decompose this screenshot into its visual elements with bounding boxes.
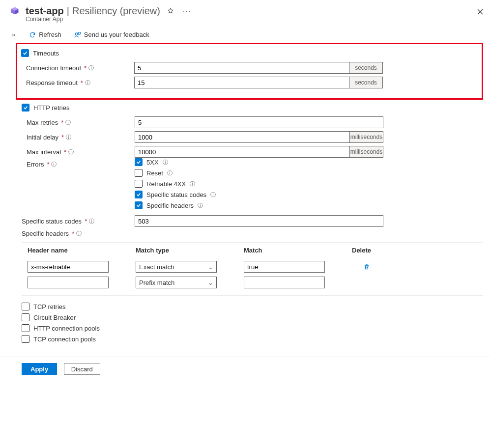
person-feedback-icon <box>74 31 81 38</box>
info-icon[interactable]: ⓘ <box>76 230 82 237</box>
feedback-label: Send us your feedback <box>84 31 149 38</box>
tcp-connection-pools-checkbox[interactable] <box>22 335 29 343</box>
info-icon[interactable]: ⓘ <box>51 161 57 168</box>
info-icon[interactable]: ⓘ <box>167 169 173 177</box>
resource-type: Container App <box>26 16 483 23</box>
match-type-select[interactable]: Exact match ⌄ <box>136 261 217 273</box>
specific-status-codes-input[interactable] <box>135 215 383 227</box>
refresh-button[interactable]: Refresh <box>26 30 64 39</box>
info-icon[interactable]: ⓘ <box>85 79 90 86</box>
discard-button[interactable]: Discard <box>64 363 100 375</box>
apply-button[interactable]: Apply <box>22 363 57 375</box>
max-retries-input[interactable] <box>135 116 383 128</box>
title-app-name: test-app <box>26 5 64 17</box>
delete-row-button[interactable] <box>360 263 373 271</box>
header-name-input[interactable] <box>28 261 109 273</box>
col-delete: Delete <box>352 247 381 254</box>
specific-status-codes-label: Specific status codes <box>22 218 82 225</box>
max-interval-label: Max interval <box>27 148 61 156</box>
info-icon[interactable]: ⓘ <box>198 202 203 209</box>
timeouts-highlight: Timeouts Connection timeout * ⓘ seconds … <box>16 43 483 100</box>
match-type-value: Exact match <box>139 263 174 271</box>
header-name-input[interactable] <box>28 277 109 288</box>
circuit-breaker-label: Circuit Breaker <box>33 314 76 321</box>
errors-retriable4xx-checkbox[interactable] <box>135 180 143 188</box>
ellipsis-icon: ··· <box>183 7 192 15</box>
initial-delay-row: Initial delay * ⓘ milliseconds <box>22 131 483 143</box>
match-input[interactable] <box>244 277 325 288</box>
required-marker: * <box>81 79 83 86</box>
col-match-type: Match type <box>136 247 244 254</box>
max-retries-label: Max retries <box>27 119 58 126</box>
connection-timeout-label: Connection timeout <box>26 64 81 72</box>
errors-specific-headers-checkbox[interactable] <box>135 201 143 209</box>
title-sep: | <box>67 5 69 17</box>
specific-headers-label: Specific headers <box>22 230 69 237</box>
required-marker: * <box>84 64 87 72</box>
info-icon[interactable]: ⓘ <box>68 148 74 156</box>
errors-5xx-checkbox[interactable] <box>135 158 143 166</box>
http-connection-pools-checkbox[interactable] <box>22 324 29 332</box>
match-input[interactable] <box>244 261 325 273</box>
info-icon[interactable]: ⓘ <box>210 191 216 198</box>
close-button[interactable] <box>475 7 485 17</box>
circuit-breaker-checkbox[interactable] <box>22 313 29 321</box>
connection-timeout-row: Connection timeout * ⓘ seconds <box>21 62 477 74</box>
match-type-value: Prefix match <box>139 279 174 286</box>
page-title: test-app | Resiliency (preview) <box>26 5 160 17</box>
match-type-select[interactable]: Prefix match ⌄ <box>136 277 217 288</box>
errors-specific-headers-label: Specific headers <box>146 202 194 209</box>
timeouts-label: Timeouts <box>33 50 59 57</box>
info-icon[interactable]: ⓘ <box>65 119 71 126</box>
expand-menu-button[interactable]: » <box>12 31 19 38</box>
specific-headers-row: Specific headers * ⓘ <box>22 230 483 237</box>
max-interval-input[interactable] <box>135 146 350 158</box>
info-icon[interactable]: ⓘ <box>190 180 195 188</box>
footer-separator <box>0 357 491 357</box>
info-icon[interactable]: ⓘ <box>163 159 168 166</box>
col-header-name: Header name <box>28 247 136 254</box>
response-timeout-unit: seconds <box>349 77 383 88</box>
info-icon[interactable]: ⓘ <box>89 218 94 225</box>
info-icon[interactable]: ⓘ <box>88 64 94 72</box>
specific-status-codes-row: Specific status codes * ⓘ <box>22 215 483 227</box>
table-row: Prefix match ⌄ <box>22 275 483 290</box>
errors-specific-codes-checkbox[interactable] <box>135 191 143 198</box>
max-retries-row: Max retries * ⓘ <box>22 116 483 128</box>
info-icon[interactable]: ⓘ <box>66 134 71 141</box>
col-match: Match <box>244 247 352 254</box>
response-timeout-input[interactable] <box>134 77 349 88</box>
http-retries-checkbox[interactable] <box>22 104 29 112</box>
errors-specific-codes-label: Specific status codes <box>146 191 206 198</box>
http-retries-checkbox-row: HTTP retries <box>22 104 483 112</box>
response-timeout-row: Response timeout * ⓘ seconds <box>21 77 477 88</box>
more-button[interactable]: ··· <box>181 5 194 17</box>
initial-delay-label: Initial delay <box>27 134 58 141</box>
footer-bar: Apply Discard <box>0 363 491 383</box>
initial-delay-input[interactable] <box>135 131 350 143</box>
star-icon <box>167 7 174 14</box>
title-section: Resiliency (preview) <box>72 5 160 17</box>
http-retries-label: HTTP retries <box>33 104 69 112</box>
refresh-icon <box>29 31 36 38</box>
tcp-retries-label: TCP retries <box>33 303 66 310</box>
max-interval-row: Max interval * ⓘ milliseconds <box>22 146 483 158</box>
errors-reset-label: Reset <box>146 169 163 177</box>
errors-retriable4xx-label: Retriable 4XX <box>146 180 186 188</box>
blade-header: test-app | Resiliency (preview) ··· Cont… <box>0 0 491 25</box>
timeouts-checkbox[interactable] <box>21 49 29 57</box>
connection-timeout-unit: seconds <box>349 62 383 74</box>
initial-delay-unit: milliseconds <box>350 131 383 143</box>
timeouts-checkbox-row: Timeouts <box>21 49 477 57</box>
tcp-retries-checkbox[interactable] <box>22 303 29 310</box>
http-connection-pools-label: HTTP connection pools <box>33 325 100 332</box>
connection-timeout-input[interactable] <box>134 62 349 74</box>
table-row: Exact match ⌄ <box>22 259 483 275</box>
table-separator <box>22 295 483 296</box>
errors-reset-checkbox[interactable] <box>135 169 143 177</box>
refresh-label: Refresh <box>39 31 61 38</box>
pin-button[interactable] <box>165 5 176 16</box>
command-bar: » Refresh Send us your feedback <box>0 25 491 43</box>
chevron-down-icon: ⌄ <box>208 279 213 286</box>
feedback-button[interactable]: Send us your feedback <box>71 30 152 39</box>
